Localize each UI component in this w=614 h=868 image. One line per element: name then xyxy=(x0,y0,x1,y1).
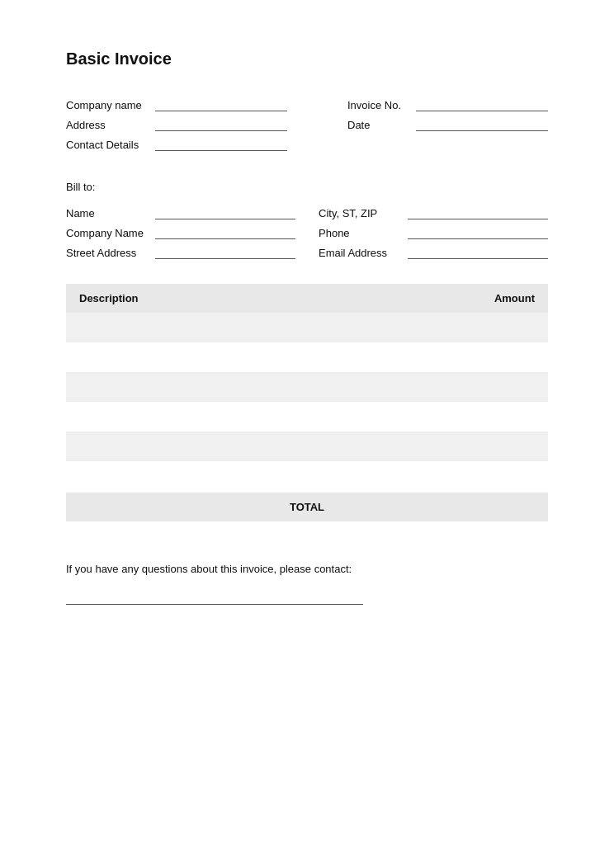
bill-right-col: City, ST, ZIP Phone Email Address xyxy=(319,206,548,259)
bill-company-label: Company Name xyxy=(66,227,149,239)
amount-header: Amount xyxy=(494,292,535,304)
address-row: Address xyxy=(66,118,287,131)
description-header: Description xyxy=(79,292,139,304)
bill-to-section: Bill to: Name Company Name Street Addres… xyxy=(66,181,548,259)
table-row[interactable] xyxy=(66,342,548,372)
contact-input[interactable] xyxy=(155,138,287,151)
bill-city-input[interactable] xyxy=(408,206,548,219)
bill-email-input[interactable] xyxy=(408,246,548,259)
bill-phone-label: Phone xyxy=(319,227,401,239)
page-title: Basic Invoice xyxy=(66,50,548,68)
date-row: Date xyxy=(347,118,548,131)
items-table: Description Amount TOTAL xyxy=(66,284,548,521)
bill-phone-input[interactable] xyxy=(408,226,548,239)
company-fields: Company name Address Contact Details xyxy=(66,98,287,151)
bill-name-label: Name xyxy=(66,207,149,219)
company-name-input[interactable] xyxy=(155,98,287,111)
bill-phone-row: Phone xyxy=(319,226,548,239)
company-name-row: Company name xyxy=(66,98,287,111)
invoice-no-label: Invoice No. xyxy=(347,99,409,111)
bill-to-label: Bill to: xyxy=(66,181,548,193)
date-input[interactable] xyxy=(416,118,548,131)
table-row[interactable] xyxy=(66,372,548,402)
invoice-page: Basic Invoice Company name Address Conta… xyxy=(0,0,614,868)
table-header-row: Description Amount xyxy=(66,284,548,313)
bill-email-row: Email Address xyxy=(319,246,548,259)
bill-street-label: Street Address xyxy=(66,247,149,259)
address-input[interactable] xyxy=(155,118,287,131)
footer-text: If you have any questions about this inv… xyxy=(66,563,548,575)
bill-fields-container: Name Company Name Street Address City, S… xyxy=(66,206,548,259)
invoice-fields: Invoice No. Date xyxy=(347,98,548,151)
contact-row: Contact Details xyxy=(66,138,287,151)
bill-email-label: Email Address xyxy=(319,247,401,259)
address-label: Address xyxy=(66,119,149,131)
bill-city-row: City, ST, ZIP xyxy=(319,206,548,219)
table-row[interactable] xyxy=(66,313,548,342)
bill-street-row: Street Address xyxy=(66,246,295,259)
total-row: TOTAL xyxy=(66,493,548,521)
bill-left-col: Name Company Name Street Address xyxy=(66,206,295,259)
header-section: Company name Address Contact Details Inv… xyxy=(66,98,548,151)
bill-company-input[interactable] xyxy=(155,226,295,239)
company-name-label: Company name xyxy=(66,99,149,111)
contact-label: Contact Details xyxy=(66,139,149,151)
bill-street-input[interactable] xyxy=(155,246,295,259)
date-label: Date xyxy=(347,119,409,131)
bill-company-row: Company Name xyxy=(66,226,295,239)
footer-contact-line[interactable] xyxy=(66,592,363,605)
bill-name-row: Name xyxy=(66,206,295,219)
table-row[interactable] xyxy=(66,402,548,432)
bill-city-label: City, ST, ZIP xyxy=(319,207,401,219)
bill-name-input[interactable] xyxy=(155,206,295,219)
table-row[interactable] xyxy=(66,432,548,461)
total-label: TOTAL xyxy=(290,501,324,513)
table-row[interactable] xyxy=(66,461,548,491)
invoice-no-input[interactable] xyxy=(416,98,548,111)
invoice-no-row: Invoice No. xyxy=(347,98,548,111)
footer-section: If you have any questions about this inv… xyxy=(66,563,548,605)
